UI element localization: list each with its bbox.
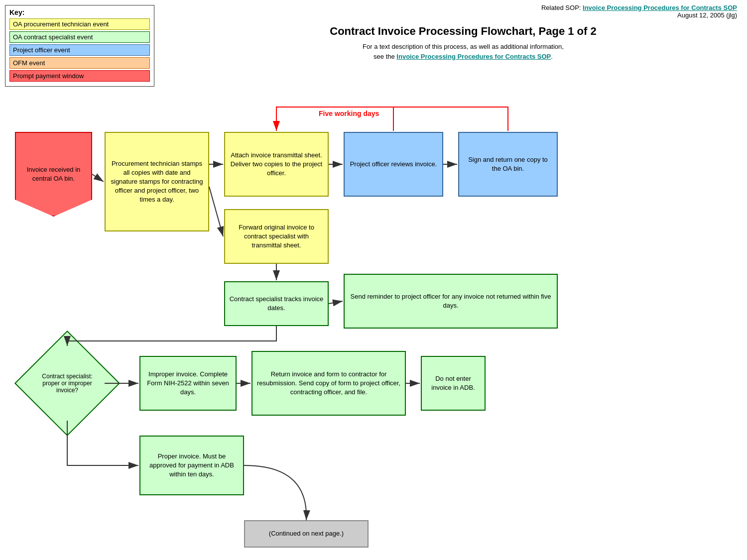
subtitle-end: .	[551, 53, 553, 60]
five-days-label: Five working days	[319, 110, 379, 117]
improper-invoice-node: Improper invoice. Complete Form NIH-2522…	[139, 356, 237, 411]
return-invoice-node: Return invoice and form to contractor fo…	[251, 351, 406, 416]
subtitle: For a text description of this process, …	[189, 42, 737, 61]
main-title-area: Contract Invoice Processing Flowchart, P…	[189, 25, 737, 61]
legend-item-2: Project officer event	[9, 44, 150, 56]
subtitle-line1: For a text description of this process, …	[363, 43, 564, 50]
send-reminder-node: Send reminder to project officer for any…	[344, 274, 558, 329]
flowchart-area: Five working days Invoice received in ce…	[0, 87, 747, 560]
project-officer-reviews-node: Project officer reviews invoice.	[344, 132, 443, 197]
attach-transmittal-node: Attach invoice transmittal sheet. Delive…	[224, 132, 329, 197]
continued-node: (Continued on next page.)	[244, 520, 369, 548]
svg-line-4	[209, 187, 223, 236]
legend-item-4: Prompt payment window	[9, 70, 150, 82]
diamond-node: Contract specialist: proper or improper …	[14, 331, 120, 436]
contract-specialist-tracks-node: Contract specialist tracks invoice dates…	[224, 281, 329, 326]
proper-invoice-node: Proper invoice. Must be approved for pay…	[139, 436, 244, 495]
legend-item-3: OFM event	[9, 57, 150, 69]
legend-box: Key: OA procurement technician event OA …	[5, 5, 154, 87]
related-sop-label: Related SOP:	[541, 4, 581, 11]
subtitle-link[interactable]: Invoice Processing Procedures for Contra…	[396, 53, 551, 60]
svg-line-8	[329, 301, 343, 304]
related-sop-line: Related SOP: Invoice Processing Procedur…	[541, 4, 737, 11]
legend-title: Key:	[9, 8, 150, 16]
date-line: August 12, 2005 (jlg)	[541, 11, 737, 19]
invoice-received-node: Invoice received in central OA bin.	[15, 132, 92, 217]
forward-original-node: Forward original invoice to contract spe…	[224, 209, 329, 264]
sign-return-node: Sign and return one copy to the OA bin.	[458, 132, 558, 197]
svg-line-2	[92, 174, 104, 182]
legend-item-1: OA contract specialist event	[9, 31, 150, 43]
procurement-technician-node: Procurement technician stamps all copies…	[105, 132, 209, 231]
legend-item-0: OA procurement technician event	[9, 18, 150, 30]
subtitle-line2: see the	[374, 53, 395, 60]
sop-link[interactable]: Invoice Processing Procedures for Contra…	[583, 4, 737, 11]
page-title: Contract Invoice Processing Flowchart, P…	[189, 25, 737, 38]
do-not-enter-node: Do not enter invoice in ADB.	[421, 356, 486, 411]
header-area: Related SOP: Invoice Processing Procedur…	[541, 4, 737, 19]
